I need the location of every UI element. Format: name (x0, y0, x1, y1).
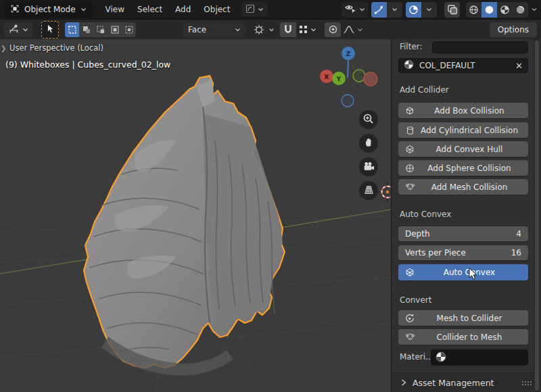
depth-slider[interactable]: Depth 4 (398, 226, 528, 241)
shading-rendered-button[interactable] (513, 2, 528, 18)
active-tool-tweak[interactable] (41, 21, 59, 39)
select-intersect-button[interactable] (122, 22, 136, 37)
selected-mesh-object[interactable] (84, 76, 285, 376)
orthographic-toggle-button[interactable] (359, 181, 378, 200)
snap-target-dropdown[interactable]: Face (183, 22, 246, 37)
sphere-icon (404, 164, 416, 173)
add-sphere-collision-button[interactable]: Add Sphere Collision (398, 160, 528, 176)
falloff-curve-icon[interactable] (341, 22, 357, 37)
panel-grip-icon[interactable] (521, 378, 532, 388)
menu-view[interactable]: View (105, 5, 124, 14)
add-box-collision-label: Add Box Collision (416, 106, 523, 116)
add-cylindrical-collision-label: Add Cylindrical Collision (416, 126, 523, 135)
chevron-down-icon (22, 28, 28, 32)
select-invert-button[interactable] (108, 22, 122, 37)
gizmo-x-neg-axis[interactable] (364, 72, 377, 86)
gizmo-y-neg-axis[interactable] (353, 70, 365, 82)
cylinder-icon (404, 126, 416, 135)
shading-material-button[interactable] (497, 2, 513, 18)
proportional-edit-toggle[interactable] (325, 22, 341, 37)
options-button[interactable]: Options (490, 22, 537, 37)
snap-dropdown[interactable] (387, 2, 402, 18)
shading-dropdown[interactable] (532, 7, 537, 11)
material-select-field[interactable] (431, 349, 528, 366)
close-icon[interactable]: ✕ (515, 61, 523, 71)
pan-button[interactable] (359, 134, 378, 153)
auto-convex-button[interactable]: Auto Convex (398, 264, 528, 280)
convex-hull-icon (404, 268, 416, 277)
hand-icon (364, 137, 374, 149)
add-convex-hull-button[interactable]: Add Convex Hull (398, 141, 528, 157)
auto-convex-heading: Auto Convex (400, 210, 451, 219)
options-label: Options (498, 25, 529, 34)
select-mode-group (65, 22, 136, 37)
add-cylindrical-collision-button[interactable]: Add Cylindrical Collision (398, 122, 528, 138)
add-mesh-collision-label: Add Mesh Collision (416, 182, 523, 192)
menu-add[interactable]: Add (175, 5, 191, 14)
scrollbar-thumb[interactable] (535, 41, 539, 391)
select-subtract-button[interactable] (93, 22, 108, 37)
navigation-gizmo[interactable]: Z X Y (316, 46, 379, 110)
tool-settings-dropdown[interactable] (4, 22, 32, 37)
filter-input[interactable] (432, 41, 528, 53)
snap-magnet-toggle[interactable] (280, 22, 296, 37)
filter-label: Filter: (400, 42, 423, 51)
depth-value: 4 (516, 229, 521, 239)
verts-value: 16 (511, 248, 521, 258)
camera-view-button[interactable] (359, 157, 378, 176)
add-mesh-collision-button[interactable]: Add Mesh Collision (398, 179, 528, 195)
visibility-dropdown[interactable] (342, 2, 368, 18)
monkey-icon (404, 182, 416, 191)
chevron-down-icon (235, 28, 241, 32)
depth-label: Depth (405, 229, 430, 239)
gizmo-x-label: X (324, 73, 329, 80)
verts-label: Verts per Piece (405, 248, 466, 258)
mode-label: Object Mode (24, 5, 76, 14)
chevron-down-icon[interactable] (268, 28, 275, 32)
material-slot-row[interactable]: COL_DEFAULT ✕ (398, 58, 528, 73)
convex-hull-icon (404, 145, 416, 154)
convert-heading: Convert (400, 295, 431, 305)
asset-management-panel-header[interactable]: Asset Management (392, 372, 541, 392)
mesh-to-collider-label: Mesh to Collider (416, 314, 523, 323)
camera-icon (363, 162, 375, 173)
mouse-cursor (469, 268, 478, 283)
panel-scrollbar[interactable] (534, 39, 540, 392)
viewport-3d[interactable]: ❯ User Perspective (Local) (9) Whiteboxe… (0, 39, 391, 392)
overlays-toggle[interactable] (444, 2, 460, 18)
mesh-to-collider-button[interactable]: Mesh to Collider (398, 310, 528, 326)
chevron-down-icon[interactable] (310, 28, 316, 32)
eye-pointer-icon (344, 3, 357, 16)
chevron-down-icon (258, 7, 264, 11)
menu-object[interactable]: Object (204, 5, 230, 14)
3d-cursor (378, 182, 391, 201)
chevron-down-icon[interactable] (357, 28, 363, 32)
menu-select[interactable]: Select (137, 5, 162, 14)
orientation-icon (245, 4, 255, 16)
region-expand-icon[interactable]: ❯ (1, 45, 6, 52)
transform-orientation-dropdown[interactable] (241, 2, 268, 17)
mode-dropdown[interactable]: Object Mode (4, 2, 93, 18)
gizmo-z-label: Z (346, 50, 351, 57)
chevron-down-icon (426, 7, 432, 11)
shading-wireframe-button[interactable] (466, 2, 481, 18)
snap-toggle[interactable] (371, 2, 387, 18)
select-set-button[interactable] (65, 22, 79, 37)
proportional-editing-toggle[interactable] (406, 2, 421, 18)
zoom-button[interactable] (359, 110, 378, 129)
shading-solid-button[interactable] (481, 2, 497, 18)
snap-target-label: Face (188, 25, 206, 34)
snap-grid-icon[interactable] (296, 22, 310, 37)
select-extend-button[interactable] (79, 22, 93, 37)
gizmo-z-neg-axis[interactable] (342, 95, 354, 107)
collider-to-mesh-button[interactable]: Collider to Mesh (398, 329, 528, 345)
object-mode-icon (10, 4, 20, 16)
chevron-down-icon (359, 7, 365, 11)
add-collider-heading: Add Collider (400, 85, 449, 95)
pivot-point-icon[interactable] (251, 22, 267, 37)
add-box-collision-button[interactable]: Add Box Collision (398, 103, 528, 118)
verts-per-piece-slider[interactable]: Verts per Piece 16 (398, 245, 528, 260)
chevron-down-icon (392, 7, 398, 11)
chevron-down-icon (80, 7, 87, 11)
proportional-dropdown[interactable] (421, 2, 437, 18)
